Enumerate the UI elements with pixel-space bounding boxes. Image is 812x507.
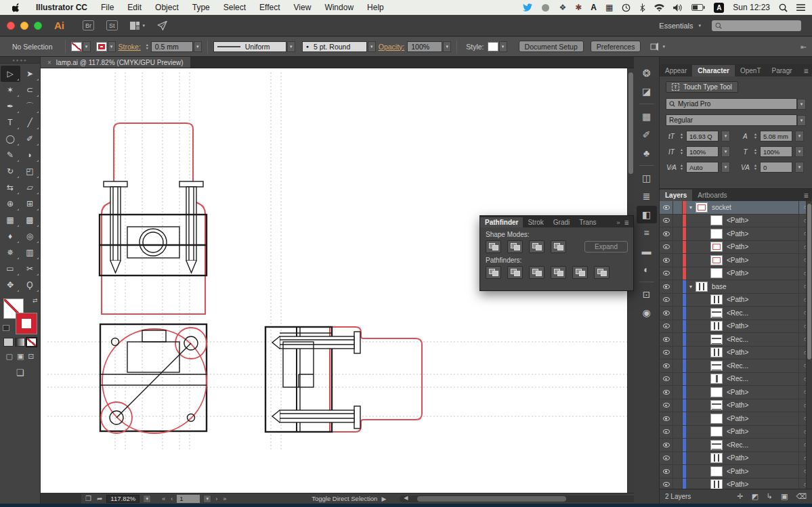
artboard-number-field[interactable]: 1 xyxy=(177,495,200,503)
expand-button[interactable]: Expand xyxy=(584,241,628,252)
last-artboard-button[interactable]: » xyxy=(221,495,228,502)
draw-normal-icon[interactable]: ▢ xyxy=(5,352,12,361)
menu-window[interactable]: Window xyxy=(318,3,360,12)
menu-select[interactable]: Select xyxy=(217,3,253,12)
vscroll-thumb[interactable] xyxy=(628,72,633,174)
tracking-dropdown[interactable]: ▾ xyxy=(795,162,804,173)
layer-row-path[interactable]: <Path>○ xyxy=(660,386,812,399)
zoom-level-field[interactable]: 117.82% xyxy=(106,495,140,503)
tab-trans[interactable]: Trans xyxy=(574,217,601,227)
lock-toggle[interactable] xyxy=(673,333,683,346)
stroke-panel-link[interactable]: Stroke: xyxy=(119,43,141,51)
gradient-panel-icon[interactable]: ▬ xyxy=(637,242,657,260)
layer-row-path[interactable]: <Path>○ xyxy=(660,452,812,466)
ellipse-tool[interactable]: ◯ xyxy=(1,131,20,147)
zoom-window-button[interactable] xyxy=(34,22,42,30)
hscroll-left-arrow[interactable]: ◀ xyxy=(402,495,409,501)
opacity-field[interactable]: 100% xyxy=(407,41,442,52)
stroke-weight-dropdown[interactable]: ▾ xyxy=(194,41,202,52)
menu-edit[interactable]: Edit xyxy=(121,3,148,12)
eyedropper-tool[interactable]: ♦ xyxy=(1,228,20,244)
visibility-toggle[interactable] xyxy=(660,267,673,280)
menu-view[interactable]: View xyxy=(287,3,318,12)
pen-tool[interactable]: ✒ xyxy=(1,98,20,114)
tracking-field[interactable]: 0 xyxy=(760,162,792,173)
hand-status-icon[interactable]: ➦ xyxy=(95,495,104,502)
battery-icon[interactable] xyxy=(691,4,705,11)
disclosure-triangle[interactable]: ▼ xyxy=(686,284,696,289)
leading-stepper[interactable]: ▲▼ xyxy=(754,133,757,139)
lock-toggle[interactable] xyxy=(673,267,683,280)
tab-appear[interactable]: Appear xyxy=(660,65,692,76)
kerning-stepper[interactable]: ▲▼ xyxy=(680,164,683,171)
layer-row-path[interactable]: <Path>○ xyxy=(660,412,812,426)
stroke-weight-field[interactable]: 0.5 mm xyxy=(151,41,193,52)
visibility-toggle[interactable] xyxy=(660,439,673,451)
status-menu-arrow[interactable]: ▶ xyxy=(380,495,387,502)
wifi-icon[interactable] xyxy=(654,4,664,12)
vertical-scale-field[interactable]: 100% xyxy=(686,146,719,157)
menu-object[interactable]: Object xyxy=(148,3,186,12)
hand-tool[interactable]: ✥ xyxy=(1,277,20,293)
slice-tool[interactable]: ✂ xyxy=(20,261,40,277)
apple-menu-icon[interactable] xyxy=(12,3,21,13)
curvature-tool[interactable]: ⌒ xyxy=(20,98,40,114)
layer-row-path[interactable]: <Path>○ xyxy=(660,320,812,334)
opacity-dropdown[interactable]: ▾ xyxy=(443,41,451,52)
stroke-weight-stepper[interactable]: ▲▼ xyxy=(146,43,149,50)
default-fill-stroke-icon[interactable] xyxy=(3,325,9,331)
visibility-toggle[interactable] xyxy=(660,386,673,399)
variable-width-profile-field[interactable]: Uniform xyxy=(213,41,286,52)
toolbar-grip[interactable]: ●●●● xyxy=(0,57,40,64)
lock-toggle[interactable] xyxy=(673,215,683,227)
lock-toggle[interactable] xyxy=(673,294,683,307)
visibility-toggle[interactable] xyxy=(660,373,673,386)
style-swatch[interactable] xyxy=(488,42,498,51)
fill-color-swatch[interactable] xyxy=(71,42,82,51)
scale-tool[interactable]: ◰ xyxy=(20,163,40,179)
stroke-panel-icon[interactable]: ≡ xyxy=(637,224,657,242)
screen-mode-button[interactable]: ❏ xyxy=(0,368,40,378)
horizontal-scrollbar[interactable]: ◀ xyxy=(400,495,672,502)
opacity-panel-link[interactable]: Opacity: xyxy=(379,43,405,51)
lasso-tool[interactable]: ⊂ xyxy=(20,82,40,98)
lock-toggle[interactable] xyxy=(673,399,683,412)
pathfinder-menu-icon[interactable]: ≣ xyxy=(624,219,629,226)
cycle-panels-icon[interactable]: » xyxy=(616,219,620,226)
layer-row-rec[interactable]: <Rec...○ xyxy=(660,307,812,320)
lock-toggle[interactable] xyxy=(673,439,683,451)
lock-toggle[interactable] xyxy=(673,412,683,425)
launchpad-icon[interactable]: ▦ xyxy=(605,3,613,12)
visibility-toggle[interactable] xyxy=(660,201,673,214)
lock-toggle[interactable] xyxy=(673,201,683,214)
visibility-toggle[interactable] xyxy=(660,359,673,372)
bridge-button[interactable]: Br xyxy=(83,20,94,30)
spotlight-icon[interactable] xyxy=(779,3,788,12)
layer-row-rec[interactable]: <Rec...○ xyxy=(660,359,812,373)
tab-paragr[interactable]: Paragr xyxy=(767,65,798,76)
first-artboard-button[interactable]: « xyxy=(161,495,167,502)
symbols-panel-icon[interactable]: ♣ xyxy=(637,144,657,162)
layers-scroll-thumb[interactable] xyxy=(807,204,811,359)
vertical-scale-dropdown[interactable]: ▾ xyxy=(721,146,730,157)
close-window-button[interactable] xyxy=(7,22,15,30)
lock-toggle[interactable] xyxy=(673,426,683,439)
visibility-toggle[interactable] xyxy=(660,452,673,465)
lock-toggle[interactable] xyxy=(673,452,683,465)
lock-toggle[interactable] xyxy=(673,359,683,372)
layer-row-rec[interactable]: <Rec...○ xyxy=(660,333,812,347)
tab-pathfinder[interactable]: Pathfinder xyxy=(480,217,523,227)
swatches-panel-icon[interactable]: ▦ xyxy=(637,108,657,125)
visibility-toggle[interactable] xyxy=(660,227,673,240)
dropbox-icon[interactable]: ❖ xyxy=(559,3,566,12)
prev-artboard-button[interactable]: ‹ xyxy=(169,495,174,502)
font-style-dropdown[interactable]: ▾ xyxy=(797,115,806,126)
visibility-toggle[interactable] xyxy=(660,399,673,412)
volume-icon[interactable] xyxy=(673,4,683,12)
bluetooth-icon[interactable] xyxy=(639,3,645,12)
layer-row-path[interactable]: <Path>○ xyxy=(660,294,812,307)
style-dropdown[interactable]: ▾ xyxy=(499,41,507,52)
visibility-toggle[interactable] xyxy=(660,254,673,267)
delete-layer-icon[interactable]: ⌫ xyxy=(796,492,807,501)
blend-tool[interactable]: ◎ xyxy=(20,228,40,244)
